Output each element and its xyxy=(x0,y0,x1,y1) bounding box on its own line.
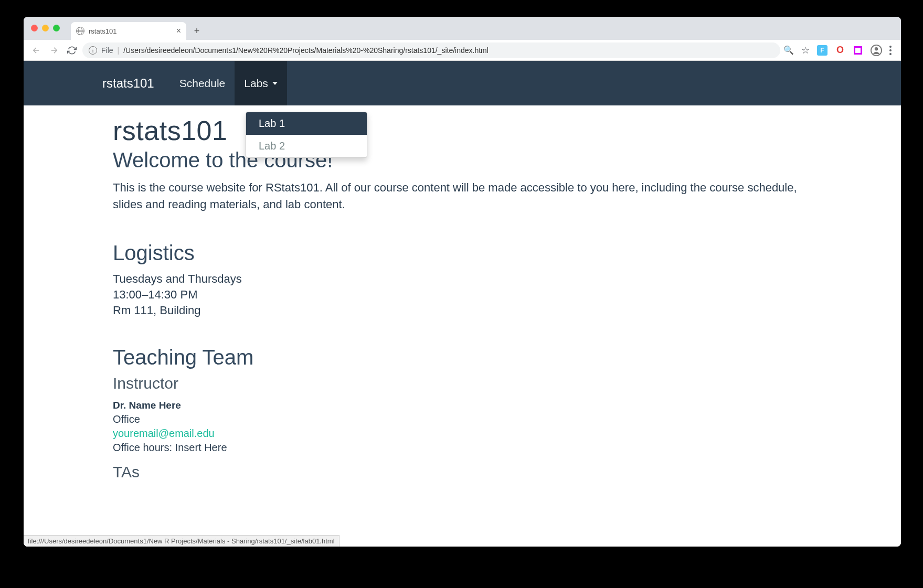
globe-icon xyxy=(76,27,84,35)
svg-point-1 xyxy=(875,47,878,50)
dropdown-item-lab1[interactable]: Lab 1 xyxy=(246,112,367,135)
window-controls xyxy=(31,25,60,31)
nav-link-labs[interactable]: Labs xyxy=(235,61,287,105)
status-bar: file:///Users/desireedeleon/Documents1/N… xyxy=(24,535,340,547)
browser-tab[interactable]: rstats101 × xyxy=(71,22,186,40)
url-scheme-label: File xyxy=(101,46,113,55)
instructor-heading: Instructor xyxy=(113,375,822,392)
navbar-brand[interactable]: rstats101 xyxy=(102,76,154,91)
reload-button[interactable] xyxy=(65,43,79,58)
browser-menu-button[interactable] xyxy=(889,46,892,55)
site-info-icon[interactable]: i xyxy=(89,46,97,55)
team-heading: Teaching Team xyxy=(113,346,822,369)
instructor-name: Dr. Name Here xyxy=(113,400,822,411)
new-tab-button[interactable]: + xyxy=(189,24,204,38)
logistics-line-1: Tuesdays and Thursdays xyxy=(113,272,822,286)
extension-o-icon[interactable]: O xyxy=(835,45,845,56)
minimize-window-button[interactable] xyxy=(42,25,49,31)
toolbar-right: 🔍 ☆ F O xyxy=(783,45,896,56)
zoom-icon[interactable]: 🔍 xyxy=(783,45,794,55)
intro-paragraph: This is the course website for RStats101… xyxy=(113,179,811,213)
nav-link-schedule[interactable]: Schedule xyxy=(170,61,235,105)
logistics-line-3: Rm 111, Building xyxy=(113,304,822,317)
extension-f-icon[interactable]: F xyxy=(817,45,827,56)
browser-window: rstats101 × + i File | /Users/desireedel… xyxy=(24,17,901,547)
tas-heading: TAs xyxy=(113,463,822,481)
page-title: rstats101 xyxy=(113,115,822,146)
instructor-hours: Office hours: Insert Here xyxy=(113,442,822,454)
instructor-email-link[interactable]: youremail@email.edu xyxy=(113,427,215,439)
welcome-heading: Welcome to the course! xyxy=(113,148,822,172)
page-viewport: rstats101 Schedule Labs Lab 1 Lab 2 rsta… xyxy=(24,61,901,547)
address-bar[interactable]: i File | /Users/desireedeleon/Documents1… xyxy=(82,42,780,58)
maximize-window-button[interactable] xyxy=(53,25,60,31)
logistics-line-2: 13:00–14:30 PM xyxy=(113,288,822,302)
tab-strip: rstats101 × + xyxy=(24,17,901,40)
logistics-heading: Logistics xyxy=(113,241,822,265)
nav-link-labs-label: Labs xyxy=(244,77,268,90)
labs-dropdown: Lab 1 Lab 2 xyxy=(246,112,367,158)
caret-down-icon xyxy=(272,82,278,85)
tab-title: rstats101 xyxy=(89,27,116,35)
url-path: /Users/desireedeleon/Documents1/New%20R%… xyxy=(123,46,489,55)
extension-square-icon[interactable] xyxy=(853,45,863,56)
page-body: rstats101 Welcome to the course! This is… xyxy=(24,105,901,481)
browser-toolbar: i File | /Users/desireedeleon/Documents1… xyxy=(24,40,901,61)
instructor-office: Office xyxy=(113,413,822,425)
site-navbar: rstats101 Schedule Labs xyxy=(24,61,901,105)
logistics-block: Tuesdays and Thursdays 13:00–14:30 PM Rm… xyxy=(113,272,822,317)
dropdown-item-lab2[interactable]: Lab 2 xyxy=(246,135,367,157)
profile-avatar-icon[interactable] xyxy=(871,45,882,56)
forward-button[interactable] xyxy=(47,43,61,58)
back-button[interactable] xyxy=(29,43,44,58)
close-tab-button[interactable]: × xyxy=(176,26,181,36)
bookmark-star-icon[interactable]: ☆ xyxy=(801,45,810,56)
close-window-button[interactable] xyxy=(31,25,38,31)
